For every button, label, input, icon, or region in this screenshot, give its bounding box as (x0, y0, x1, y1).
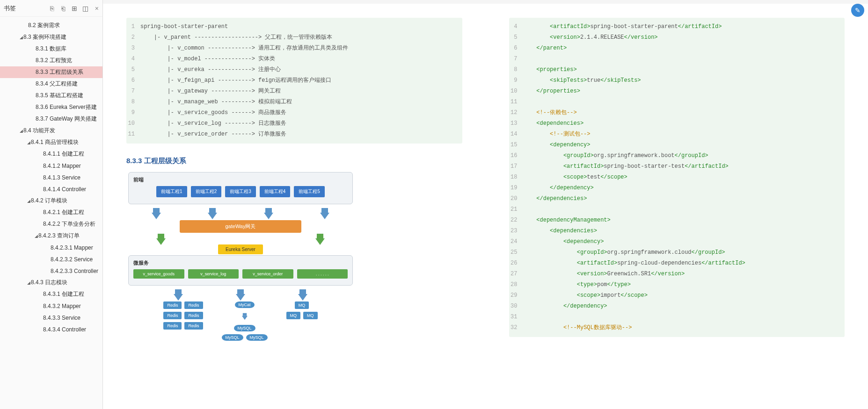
redis-cluster: RedisRedis RedisRedis RedisRedis (163, 301, 203, 330)
tree-item[interactable]: 8.4.2.3.3 Controller (0, 265, 102, 277)
caret-icon: ◢ (34, 234, 38, 238)
tree-label: 8.4.2.3.3 Controller (51, 268, 98, 274)
assistant-fab[interactable]: ✎ (851, 4, 864, 17)
architecture-diagram: 前端 前端工程1前端工程2前端工程3前端工程4前端工程5 gateWay网关 E… (128, 172, 353, 341)
sidebar-toolbar: ⎘ ⎗ ⊞ ◫ (48, 5, 89, 12)
section-heading: 8.3.3 工程层级关系 (126, 157, 462, 165)
bookmark-add-icon[interactable]: ⊞ (71, 5, 78, 12)
tree-label: 8.3.5 基础工程搭建 (36, 92, 83, 100)
frontend-row: 前端工程1前端工程2前端工程3前端工程4前端工程5 (133, 186, 348, 197)
gateway-box: gateWay网关 (128, 220, 353, 233)
tree-label: 8.4.1.3 Service (43, 174, 80, 181)
frontend-box: 前端工程4 (260, 186, 291, 197)
sidebar-title: 书签 (4, 4, 48, 13)
microservice-label: 微服务 (133, 259, 348, 266)
frontend-box: 前端工程5 (294, 186, 325, 197)
tree-label: 8.4.2.1 创建工程 (43, 208, 84, 216)
frontend-label: 前端 (133, 176, 348, 183)
tree-label: 8.4 功能开发 (23, 127, 55, 135)
tree-label: 8.3.4 父工程搭建 (36, 80, 78, 88)
tree-item[interactable]: ◢8.4.2.3 查询订单 (0, 230, 102, 242)
tree-label: 8.4.2 订单模块 (31, 197, 67, 205)
tree-label: 8.3.7 GateWay 网关搭建 (36, 115, 97, 123)
bookmark-new-icon[interactable]: ◫ (82, 5, 89, 12)
bookmark-collapse-icon[interactable]: ⎗ (59, 5, 67, 12)
frontend-frame: 前端 前端工程1前端工程2前端工程3前端工程4前端工程5 (128, 172, 353, 204)
service-box: . . . . . . (297, 269, 348, 279)
tree-item[interactable]: 8.4.2.3.2 Service (0, 253, 102, 265)
tree-item[interactable]: 8.4.3.3 Service (0, 312, 102, 323)
caret-icon: ◢ (19, 35, 23, 40)
tree-item[interactable]: 8.4.2.2 下单业务分析 (0, 218, 102, 230)
tree-label: 8.4.1.4 Controller (43, 186, 86, 193)
right-page[interactable]: 4 <artifactId>spring-boot-starter-parent… (486, 0, 868, 409)
project-hierarchy-code: 1spring-boot-starter-parent2 |- v_parent… (126, 18, 462, 144)
mycat-cluster: MyCat MySQL MySQLMySQL (222, 301, 268, 341)
tree-item[interactable]: 8.4.1.4 Controller (0, 183, 102, 195)
tree-item[interactable]: ◢8.3 案例环境搭建 (0, 31, 102, 43)
frontend-box: 前端工程1 (156, 186, 187, 197)
tree-label: 8.4.3.1 创建工程 (43, 290, 84, 298)
tree-label: 8.4.3.2 Mapper (43, 303, 81, 309)
tree-item[interactable]: 8.3.3 工程层级关系 (0, 66, 102, 78)
eureka-box: Eureka Server (128, 246, 353, 252)
tree-label: 8.4.3.3 Service (43, 315, 80, 321)
caret-icon: ◢ (26, 140, 31, 145)
service-box: v_service_order (242, 269, 293, 279)
tree-label: 8.2 案例需求 (28, 22, 60, 29)
close-icon[interactable]: × (95, 5, 99, 12)
tree-item[interactable]: 8.4.3.1 创建工程 (0, 288, 102, 300)
microservice-frame: 微服务 v_service_goodsv_service_logv_servic… (128, 255, 353, 286)
tree-label: 8.4.2.2 下单业务分析 (43, 220, 95, 228)
tree-item[interactable]: 8.4.1.2 Mapper (0, 160, 102, 172)
caret-icon: ◢ (26, 280, 31, 285)
tree-item[interactable]: 8.2 案例需求 (0, 20, 102, 31)
caret-icon: ◢ (19, 129, 23, 133)
tree-label: 8.4.1 商品管理模块 (31, 138, 79, 146)
tree-item[interactable]: 8.4.1.1 创建工程 (0, 148, 102, 160)
tree-label: 8.4.2.3.2 Service (51, 256, 93, 263)
bookmark-expand-icon[interactable]: ⎘ (48, 5, 56, 12)
tree-item[interactable]: 8.4.3.2 Mapper (0, 300, 102, 312)
tree-item[interactable]: 8.3.4 父工程搭建 (0, 78, 102, 90)
tree-item[interactable]: 8.3.6 Eureka Server搭建 (0, 101, 102, 113)
tree-item[interactable]: ◢8.4 功能开发 (0, 125, 102, 136)
tree-label: 8.3.3 工程层级关系 (36, 68, 83, 76)
tree-label: 8.4.1.1 创建工程 (43, 150, 84, 158)
sidebar-header: 书签 ⎘ ⎗ ⊞ ◫ × (0, 0, 102, 17)
tree-label: 8.3.1 数据库 (36, 45, 66, 53)
document-content: 1spring-boot-starter-parent2 |- v_parent… (103, 0, 868, 409)
tree-label: 8.3.6 Eureka Server搭建 (36, 103, 97, 111)
tree-item[interactable]: 8.3.7 GateWay 网关搭建 (0, 113, 102, 125)
tree-item[interactable]: 8.3.5 基础工程搭建 (0, 90, 102, 101)
tree-item[interactable]: 8.4.2.3.1 Mapper (0, 242, 102, 253)
service-box: v_service_goods (133, 269, 184, 279)
tree-item[interactable]: 8.4.2.1 创建工程 (0, 207, 102, 218)
tree-item[interactable]: 8.4.3.4 Controller (0, 323, 102, 335)
caret-icon: ◢ (26, 199, 31, 203)
tree-label: 8.3 案例环境搭建 (23, 33, 66, 41)
tree-item[interactable]: ◢8.4.2 订单模块 (0, 195, 102, 207)
tree-item[interactable]: ◢8.4.1 商品管理模块 (0, 136, 102, 148)
mq-cluster: MQ MQMQ (286, 301, 318, 319)
tree-label: 8.4.1.2 Mapper (43, 163, 81, 169)
tree-item[interactable]: 8.3.1 数据库 (0, 43, 102, 55)
tree-label: 8.4.3 日志模块 (31, 279, 67, 287)
pom-xml-code: 4 <artifactId>spring-boot-starter-parent… (509, 18, 845, 337)
tree-label: 8.4.2.3 查询订单 (38, 232, 80, 240)
bookmarks-sidebar: 书签 ⎘ ⎗ ⊞ ◫ × 8.2 案例需求◢8.3 案例环境搭建8.3.1 数据… (0, 0, 103, 409)
tree-label: 8.4.3.4 Controller (43, 326, 86, 333)
service-box: v_service_log (188, 269, 239, 279)
left-page[interactable]: 1spring-boot-starter-parent2 |- v_parent… (103, 0, 486, 409)
tree-item[interactable]: 8.4.1.3 Service (0, 172, 102, 183)
bookmark-tree[interactable]: 8.2 案例需求◢8.3 案例环境搭建8.3.1 数据库8.3.2 工程预览8.… (0, 17, 102, 409)
tree-item[interactable]: 8.3.2 工程预览 (0, 55, 102, 66)
frontend-box: 前端工程2 (191, 186, 222, 197)
services-row: v_service_goodsv_service_logv_service_or… (133, 269, 348, 279)
tree-item[interactable]: ◢8.4.3 日志模块 (0, 277, 102, 288)
frontend-box: 前端工程3 (225, 186, 256, 197)
tree-label: 8.4.2.3.1 Mapper (51, 244, 93, 251)
tree-label: 8.3.2 工程预览 (36, 57, 72, 65)
